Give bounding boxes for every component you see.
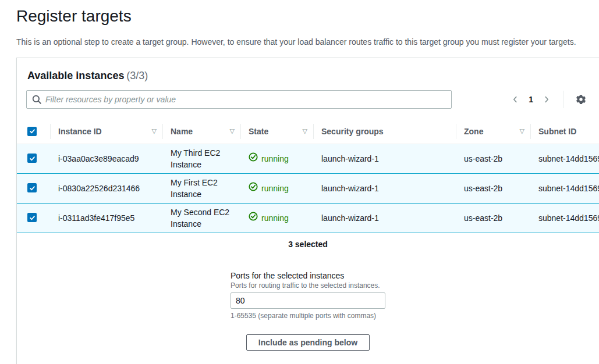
table-row: i-0830a22526d231466 My First EC2 Instanc…: [17, 173, 599, 203]
ports-label: Ports for the selected instances: [231, 271, 385, 280]
column-header-state[interactable]: State▽: [240, 119, 313, 144]
running-status-icon: [249, 152, 261, 165]
instance-name-cell: My First EC2 Instance: [162, 173, 240, 203]
chevron-right-icon: [543, 97, 551, 105]
include-as-pending-button[interactable]: Include as pending below: [246, 334, 370, 351]
sort-icon: ▽: [152, 127, 157, 135]
card-header: Available instances (3/3): [17, 58, 599, 89]
subnet-id-cell: subnet-14dd1569: [530, 203, 599, 233]
sort-icon: ▽: [303, 127, 307, 135]
register-targets-page: Register targets This is an optional ste…: [0, 0, 599, 364]
available-instances-card: Available instances (3/3) 1: [16, 58, 599, 364]
zone-cell: us-east-2b: [456, 173, 530, 203]
selection-summary: 3 selected: [17, 233, 599, 255]
filter-box: [26, 90, 452, 109]
current-page-number[interactable]: 1: [524, 95, 538, 104]
instance-id-cell: i-0830a22526d231466: [50, 173, 162, 203]
column-header-instance-id[interactable]: Instance ID▽: [50, 119, 162, 144]
security-groups-cell: launch-wizard-1: [313, 144, 456, 173]
card-title: Available instances: [27, 70, 124, 81]
page-title: Register targets: [16, 6, 599, 26]
sort-icon: ▽: [230, 127, 235, 135]
column-header-zone[interactable]: Zone▽: [456, 119, 530, 144]
next-page-button[interactable]: [538, 93, 555, 106]
state-label: running: [261, 153, 289, 165]
gear-icon: [576, 98, 586, 106]
table-toolbar: 1: [17, 89, 599, 119]
pagination: 1: [506, 91, 589, 108]
zone-cell: us-east-2b: [456, 144, 530, 173]
row-checkbox[interactable]: [27, 213, 37, 222]
instance-count: (3/3): [126, 70, 148, 81]
select-all-checkbox[interactable]: [27, 127, 37, 136]
state-cell: running: [240, 203, 313, 233]
subnet-id-cell: subnet-14dd1569: [530, 144, 599, 173]
column-header-security-groups[interactable]: Security groups: [313, 119, 456, 144]
previous-page-button[interactable]: [506, 93, 524, 106]
instance-id-cell: i-03aa0ac3e89eacad9: [50, 144, 162, 173]
page-description: This is an optional step to create a tar…: [16, 37, 599, 47]
search-icon: [31, 94, 42, 106]
security-groups-cell: launch-wizard-1: [313, 203, 456, 233]
security-groups-cell: launch-wizard-1: [313, 173, 456, 203]
zone-cell: us-east-2b: [456, 203, 530, 233]
running-status-icon: [249, 212, 261, 224]
instances-table: Instance ID▽ Name▽ State▽ Security group…: [17, 119, 599, 233]
ports-description: Ports for routing traffic to the selecte…: [231, 281, 385, 290]
row-checkbox[interactable]: [27, 183, 37, 192]
ports-input[interactable]: [231, 292, 385, 309]
sort-icon: ▽: [520, 127, 524, 135]
state-label: running: [261, 212, 289, 224]
instance-name-cell: My Second EC2 Instance: [162, 203, 240, 233]
include-button-row: Include as pending below: [17, 334, 599, 364]
instance-name-cell: My Third EC2 Instance: [162, 144, 240, 173]
state-label: running: [261, 183, 289, 194]
column-header-subnet-id[interactable]: Subnet ID: [530, 119, 599, 144]
state-cell: running: [240, 173, 313, 203]
table-row: i-0311ad3fe417f95e5 My Second EC2 Instan…: [17, 203, 599, 233]
state-cell: running: [240, 144, 313, 173]
instance-id-cell: i-0311ad3fe417f95e5: [50, 203, 162, 233]
filter-input[interactable]: [26, 90, 452, 109]
row-checkbox[interactable]: [27, 154, 37, 163]
settings-button[interactable]: [573, 92, 589, 107]
column-header-name[interactable]: Name▽: [162, 119, 240, 144]
ports-hint: 1-65535 (separate multiple ports with co…: [231, 312, 385, 320]
toolbar-divider: [563, 91, 564, 108]
subnet-id-cell: subnet-14dd1569: [530, 173, 599, 203]
running-status-icon: [249, 182, 261, 194]
chevron-left-icon: [511, 97, 519, 105]
ports-form: Ports for the selected instances Ports f…: [231, 271, 385, 320]
table-header-row: Instance ID▽ Name▽ State▽ Security group…: [17, 119, 599, 144]
table-row: i-03aa0ac3e89eacad9 My Third EC2 Instanc…: [17, 144, 599, 173]
